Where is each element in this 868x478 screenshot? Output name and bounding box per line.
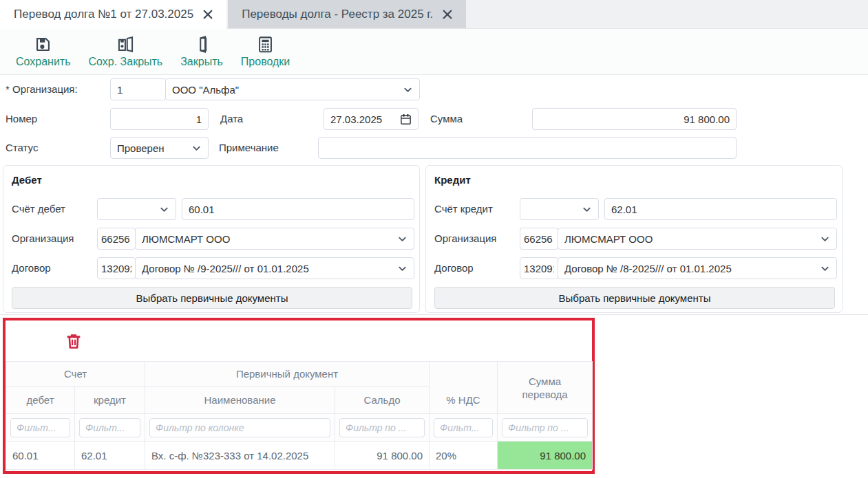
note-input[interactable] (318, 137, 737, 159)
organization-select-value: ООО "Альфа" (172, 84, 239, 96)
tab-bar: Перевод долга №1 от 27.03.2025 Переводы … (0, 0, 868, 29)
debit-organization-select-value: ЛЮМСМАРТ ООО (142, 233, 230, 245)
header-name: Наименование (145, 387, 335, 414)
filter-credit-input[interactable] (79, 418, 140, 437)
filter-vat-input[interactable] (434, 418, 493, 437)
date-input[interactable]: 27.03.2025 (324, 108, 419, 130)
debit-contract-label: Договор (12, 262, 51, 274)
organization-code-input[interactable] (110, 78, 166, 100)
cell-transfer-sum: 91 800.00 (498, 442, 593, 470)
debit-panel: Дебет Счёт дебет Организация ЛЮМСМАРТ ОО… (3, 165, 420, 313)
filter-name-input[interactable] (149, 418, 330, 437)
tab-debt-transfers-register[interactable]: Переводы долга - Реестр за 2025 г. (228, 0, 466, 28)
debit-contract-code-input[interactable] (97, 257, 136, 279)
credit-panel: Кредит Счёт кредит Организация ЛЮМСМАРТ … (425, 165, 843, 313)
cell-saldo: 91 800.00 (335, 442, 430, 470)
header-saldo: Сальдо (335, 387, 430, 414)
debit-pick-primary-docs-button[interactable]: Выбрать первичные документы (12, 287, 412, 309)
organization-label: * Организация: (6, 83, 78, 95)
debit-account-input[interactable] (182, 198, 414, 220)
debit-panel-title: Дебет (12, 174, 42, 186)
cell-vat: 20% (430, 442, 498, 470)
postings-button[interactable]: Проводки (232, 32, 299, 71)
header-credit: кредит (75, 387, 145, 414)
cell-credit-account: 62.01 (75, 442, 145, 470)
status-select[interactable]: Проверен (110, 137, 209, 159)
document-header-form: * Организация: ООО "Альфа" Номер Дата 27… (0, 76, 868, 165)
debit-pick-primary-docs-label: Выбрать первичные документы (136, 292, 288, 304)
postings-label: Проводки (241, 56, 290, 68)
number-input[interactable] (110, 108, 209, 130)
section-divider (0, 314, 868, 315)
debt-transfer-window: Перевод долга №1 от 27.03.2025 Переводы … (0, 0, 868, 478)
header-debit: дебет (6, 387, 75, 414)
close-tab-icon[interactable] (203, 10, 213, 19)
debit-organization-code-input[interactable] (97, 228, 136, 250)
close-label: Закрыть (180, 56, 223, 68)
save-close-label: Сохр. Закрыть (89, 56, 163, 68)
delete-row-button[interactable] (65, 332, 83, 350)
filter-saldo-input[interactable] (339, 418, 425, 437)
credit-organization-select-value: ЛЮМСМАРТ ООО (564, 233, 653, 245)
note-label: Примечание (219, 142, 279, 153)
calculator-icon (256, 35, 275, 54)
chevron-down-icon (393, 263, 407, 274)
debit-organization-label: Организация (12, 232, 74, 244)
primary-documents-table: Счет Первичный документ Сумма перевода д… (6, 361, 593, 470)
chevron-down-icon (155, 204, 169, 215)
status-label: Статус (6, 142, 38, 153)
filter-debit-input[interactable] (10, 418, 70, 437)
save-button[interactable]: Сохранить (7, 32, 80, 71)
chevron-down-icon (816, 234, 830, 244)
chevron-down-icon (187, 143, 202, 153)
group-header-empty (430, 362, 498, 387)
date-label: Дата (220, 113, 243, 124)
document-toolbar: Сохранить Сохр. Закрыть Закрыть Проводки (0, 29, 868, 75)
chevron-down-icon (816, 263, 830, 274)
save-label: Сохранить (16, 56, 71, 68)
credit-organization-label: Организация (434, 232, 496, 244)
save-close-button[interactable]: Сохр. Закрыть (80, 32, 172, 71)
filter-sum-input[interactable] (502, 418, 588, 437)
organization-select[interactable]: ООО "Альфа" (165, 78, 420, 100)
credit-account-input[interactable] (604, 198, 837, 220)
documents-table-toolbar (6, 321, 592, 361)
tab-label: Переводы долга - Реестр за 2025 г. (242, 8, 433, 21)
number-label: Номер (6, 113, 37, 124)
credit-account-select[interactable] (520, 198, 599, 220)
credit-contract-select[interactable]: Договор № /8-2025/// от 01.01.2025 (558, 257, 837, 279)
header-vat: % НДС (430, 387, 498, 414)
debit-contract-select[interactable]: Договор № /9-2025/// от 01.01.2025 (135, 257, 414, 279)
date-value: 27.03.2025 (330, 113, 382, 125)
save-close-icon (116, 35, 135, 54)
tab-debt-transfer-document[interactable]: Перевод долга №1 от 27.03.2025 (0, 0, 226, 29)
cell-debit-account: 60.01 (6, 442, 75, 470)
credit-pick-primary-docs-button[interactable]: Выбрать первичные документы (434, 287, 835, 309)
sum-input[interactable] (532, 108, 737, 130)
close-tab-icon[interactable] (443, 10, 452, 19)
header-transfer-sum: Сумма перевода (498, 362, 593, 414)
credit-contract-label: Договор (434, 262, 474, 274)
credit-organization-code-input[interactable] (520, 228, 558, 250)
chevron-down-icon (393, 234, 407, 244)
close-door-icon (193, 35, 211, 54)
close-button[interactable]: Закрыть (171, 32, 232, 71)
debit-account-label: Счёт дебет (12, 203, 65, 215)
credit-account-label: Счёт кредит (434, 203, 493, 215)
debit-account-select[interactable] (97, 198, 176, 220)
tab-label: Перевод долга №1 от 27.03.2025 (14, 8, 193, 21)
group-header-account: Счет (6, 362, 145, 387)
credit-organization-select[interactable]: ЛЮМСМАРТ ООО (558, 228, 837, 250)
table-row[interactable]: 60.01 62.01 Вх. с-ф. №323-333 от 14.02.2… (6, 442, 593, 470)
chevron-down-icon (399, 85, 413, 95)
credit-contract-code-input[interactable] (520, 257, 558, 279)
primary-documents-section: Счет Первичный документ Сумма перевода д… (3, 318, 595, 474)
sum-label: Сумма (430, 113, 463, 124)
calendar-icon[interactable] (396, 113, 412, 125)
trash-icon (65, 332, 83, 350)
chevron-down-icon (578, 204, 592, 215)
group-header-primary-doc: Первичный документ (145, 362, 430, 387)
credit-panel-title: Кредит (434, 174, 471, 186)
credit-contract-select-value: Договор № /8-2025/// от 01.01.2025 (564, 263, 732, 274)
debit-organization-select[interactable]: ЛЮМСМАРТ ООО (135, 228, 414, 250)
